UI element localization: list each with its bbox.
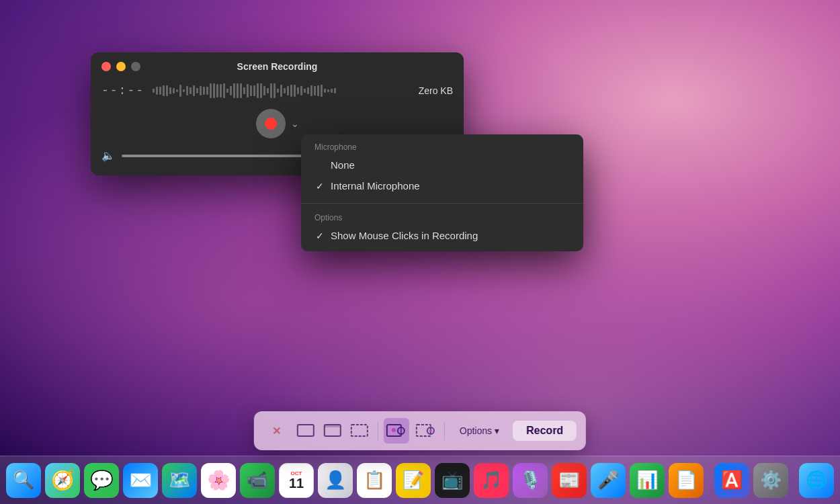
meter-bar bbox=[287, 86, 289, 95]
meter-bar bbox=[307, 87, 309, 93]
window-title: Screen Recording bbox=[237, 61, 318, 72]
dock-item-maps[interactable]: 🗺️ bbox=[162, 463, 197, 498]
meter-bar bbox=[230, 86, 232, 95]
mouse-clicks-checkmark: ✓ bbox=[314, 230, 325, 241]
dock-item-safari[interactable]: 🧭 bbox=[45, 463, 80, 498]
dock-item-numbers[interactable]: 📊 bbox=[630, 463, 665, 498]
record-full-camera-button[interactable] bbox=[384, 418, 409, 444]
meter-bar bbox=[294, 85, 296, 97]
meter-bar bbox=[190, 87, 192, 93]
meter-bar bbox=[280, 85, 282, 97]
dock-item-podcasts[interactable]: 🎙️ bbox=[513, 463, 548, 498]
meter-bar bbox=[153, 89, 155, 92]
dropdown-menu: Microphone ✓ None ✓ Internal Microphone … bbox=[301, 134, 583, 251]
dock-item-news[interactable]: 📰 bbox=[552, 463, 587, 498]
meter-bar bbox=[193, 85, 195, 95]
svg-point-9 bbox=[429, 429, 432, 432]
svg-rect-7 bbox=[417, 425, 431, 436]
meter-bar bbox=[284, 88, 286, 93]
meter-bar bbox=[173, 88, 175, 93]
meter-bar bbox=[206, 87, 208, 95]
record-window-button[interactable] bbox=[320, 418, 345, 444]
record-button[interactable]: Record bbox=[513, 421, 577, 441]
dock-item-mail[interactable]: ✉️ bbox=[123, 463, 158, 498]
microphone-none-label: None bbox=[331, 159, 355, 171]
microphone-none-item[interactable]: ✓ None bbox=[301, 155, 583, 175]
meter-bar bbox=[310, 85, 312, 96]
meter-bar bbox=[216, 84, 218, 97]
show-mouse-clicks-item[interactable]: ✓ Show Mouse Clicks in Recording bbox=[301, 225, 583, 246]
dropdown-arrow-icon[interactable]: ⌄ bbox=[291, 118, 299, 129]
dock-item-notes[interactable]: 📝 bbox=[396, 463, 431, 498]
meter-bar bbox=[290, 85, 292, 96]
record-dot bbox=[265, 118, 277, 130]
dock-item-screentime[interactable]: 🌐 bbox=[799, 463, 834, 498]
window-titlebar: Screen Recording bbox=[91, 52, 464, 78]
meter-bar bbox=[237, 83, 239, 98]
meter-bar bbox=[257, 83, 259, 98]
internal-checkmark: ✓ bbox=[314, 181, 325, 192]
meter-bar bbox=[163, 85, 165, 96]
meter-bar bbox=[243, 87, 245, 93]
traffic-lights bbox=[101, 62, 140, 71]
close-toolbar-button[interactable]: ✕ bbox=[263, 418, 289, 444]
dock-item-reminders[interactable]: 📋 bbox=[357, 463, 392, 498]
record-selection-camera-button[interactable] bbox=[413, 418, 439, 444]
meter-bar bbox=[263, 86, 265, 95]
dock-item-photos[interactable]: 🌸 bbox=[201, 463, 236, 498]
dock-item-calendar[interactable]: OCT 11 bbox=[279, 463, 314, 498]
meter-bar bbox=[220, 84, 222, 97]
options-section-label: Options bbox=[301, 210, 583, 225]
meter-bar bbox=[321, 85, 323, 97]
close-button[interactable] bbox=[101, 62, 111, 71]
meter-bar bbox=[324, 89, 326, 93]
svg-point-6 bbox=[398, 427, 405, 434]
meter-bar bbox=[277, 89, 279, 93]
svg-rect-3 bbox=[351, 425, 368, 436]
microphone-section: Microphone ✓ None ✓ Internal Microphone bbox=[301, 134, 583, 202]
record-selection-button[interactable] bbox=[347, 418, 372, 444]
svg-rect-2 bbox=[325, 425, 341, 427]
dock-item-messages[interactable]: 💬 bbox=[84, 463, 119, 498]
dock-item-facetime[interactable]: 📹 bbox=[240, 463, 275, 498]
options-button[interactable]: Options ▾ bbox=[450, 421, 509, 440]
dock-item-pages[interactable]: 📄 bbox=[669, 463, 704, 498]
options-chevron-icon: ▾ bbox=[495, 425, 499, 436]
toolbar-divider-1 bbox=[378, 421, 378, 440]
dock-item-contacts[interactable]: 👤 bbox=[318, 463, 353, 498]
meter-bar bbox=[260, 83, 262, 97]
meter-bar bbox=[169, 87, 171, 95]
meter-bar bbox=[250, 85, 252, 97]
calendar-day: 11 bbox=[289, 476, 304, 490]
dock-item-appletv[interactable]: 📺 bbox=[435, 463, 470, 498]
options-label: Options bbox=[460, 425, 492, 436]
dock-item-appstore[interactable]: 🅰️ bbox=[714, 463, 749, 498]
meter-bar bbox=[210, 83, 212, 98]
meter-bar bbox=[156, 87, 158, 95]
meter-bar bbox=[253, 85, 255, 96]
meter-bar bbox=[297, 87, 299, 93]
dock-item-finder[interactable]: 🔍 bbox=[6, 463, 41, 498]
meter-bar bbox=[159, 87, 161, 95]
bottom-toolbar: ✕ bbox=[254, 411, 586, 450]
dock-item-keynote[interactable]: 🎤 bbox=[591, 463, 626, 498]
meter-bar bbox=[314, 86, 316, 96]
meter-bar bbox=[304, 89, 306, 92]
microphone-internal-item[interactable]: ✓ Internal Microphone bbox=[301, 175, 583, 196]
dock-item-music[interactable]: 🎵 bbox=[474, 463, 509, 498]
show-mouse-clicks-label: Show Mouse Clicks in Recording bbox=[331, 230, 478, 241]
meter-bar bbox=[213, 83, 215, 98]
maximize-button[interactable] bbox=[131, 62, 140, 71]
meter-bar bbox=[166, 85, 168, 96]
microphone-section-label: Microphone bbox=[301, 140, 583, 155]
record-full-screen-button[interactable] bbox=[293, 418, 319, 444]
record-circle-button[interactable] bbox=[256, 109, 286, 138]
record-label: Record bbox=[526, 425, 563, 436]
dock-item-systemprefs[interactable]: ⚙️ bbox=[753, 463, 788, 498]
menu-divider bbox=[301, 203, 583, 204]
timer-display: --:-- bbox=[101, 84, 144, 97]
meter-bar bbox=[196, 88, 198, 93]
minimize-button[interactable] bbox=[116, 62, 126, 71]
meter-bar bbox=[331, 89, 333, 93]
microphone-internal-label: Internal Microphone bbox=[331, 180, 420, 192]
